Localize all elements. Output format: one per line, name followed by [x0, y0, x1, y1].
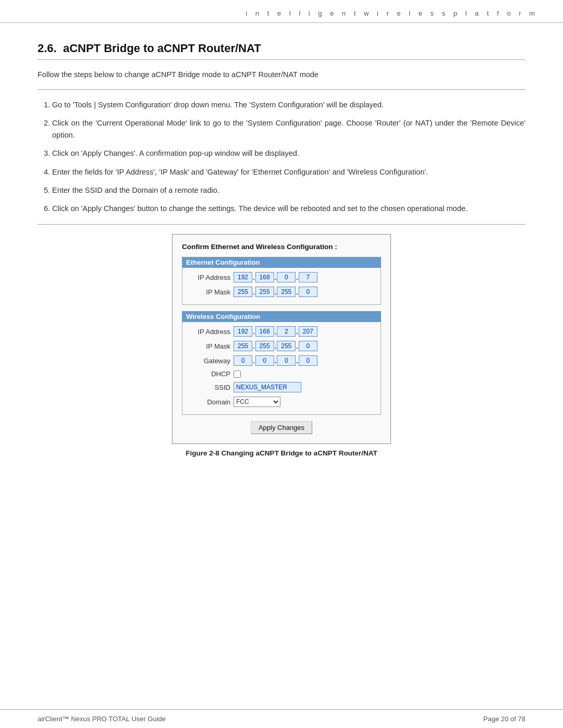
config-dialog: Confirm Ethernet and Wireless Configurat…: [172, 234, 391, 444]
wireless-mask-octet-2[interactable]: [255, 341, 274, 351]
wireless-gateway-octet-1[interactable]: [234, 355, 252, 366]
ethernet-ip-group: . . .: [234, 272, 317, 282]
wireless-mask-group: . . .: [234, 341, 317, 351]
ethernet-ip-octet-2[interactable]: [255, 272, 274, 282]
wireless-ssid-label: SSID: [187, 384, 234, 391]
wireless-domain-select[interactable]: FCC ETSI TELEC: [234, 397, 280, 407]
ethernet-mask-row: IP Mask . . .: [182, 286, 381, 298]
intro-text: Follow the steps below to change aCNPT B…: [38, 69, 525, 81]
ethernet-mask-octet-1[interactable]: [234, 287, 252, 297]
wireless-ip-octet-2[interactable]: [255, 326, 274, 337]
steps-list: Go to 'Tools | System Configuration' dro…: [52, 99, 525, 215]
wireless-ip-octet-4[interactable]: [299, 326, 317, 337]
wireless-dhcp-label: DHCP: [187, 370, 234, 378]
wireless-gateway-row: Gateway . . .: [182, 354, 381, 367]
wireless-domain-row: Domain FCC ETSI TELEC: [182, 396, 381, 408]
wireless-gateway-label: Gateway: [187, 357, 234, 365]
main-content: 2.6. aCNPT Bridge to aCNPT Router/NAT Fo…: [0, 23, 563, 487]
list-item: Click on 'Apply Changes' button to chang…: [52, 203, 525, 215]
wireless-mask-label: IP Mask: [187, 342, 234, 350]
figure-caption: Figure 2-8 Changing aCNPT Bridge to aCNP…: [186, 449, 377, 457]
figure-container: Confirm Ethernet and Wireless Configurat…: [38, 234, 525, 457]
ethernet-ip-octet-1[interactable]: [234, 272, 252, 282]
ethernet-mask-label: IP Mask: [187, 288, 234, 296]
ethernet-ip-octet-3[interactable]: [277, 272, 296, 282]
ethernet-mask-octet-3[interactable]: [277, 287, 296, 297]
wireless-ssid-row: SSID: [182, 381, 381, 393]
wireless-section-header: Wireless Configuration: [182, 311, 381, 322]
list-item: Enter the fields for 'IP Address', 'IP M…: [52, 166, 525, 178]
wireless-gateway-octet-3[interactable]: [277, 355, 296, 366]
ethernet-ip-label: IP Address: [187, 274, 234, 281]
wireless-gateway-group: . . .: [234, 355, 317, 366]
wireless-ip-row: IP Address . . .: [182, 325, 381, 338]
list-item: Click on the 'Current Operational Mode' …: [52, 117, 525, 141]
bottom-divider: [38, 224, 525, 225]
list-item: Enter the SSID and the Domain of a remot…: [52, 184, 525, 196]
ethernet-section-header: Ethernet Configuration: [182, 257, 381, 268]
header-tagline: i n t e l l i g e n t w i r e l e s s p …: [246, 9, 538, 17]
wireless-mask-octet-4[interactable]: [299, 341, 317, 351]
footer-left: airClient™ Nexus PRO TOTAL User Guide: [38, 715, 166, 723]
wireless-ip-label: IP Address: [187, 328, 234, 336]
ethernet-ip-row: IP Address . . .: [182, 271, 381, 283]
wireless-dhcp-checkbox[interactable]: [234, 371, 241, 378]
ethernet-section-body: IP Address . . . IP Mask: [182, 268, 381, 305]
ethernet-mask-octet-4[interactable]: [299, 287, 317, 297]
wireless-dhcp-row: DHCP: [182, 369, 381, 379]
wireless-ip-octet-1[interactable]: [234, 326, 252, 337]
ethernet-mask-group: . . .: [234, 287, 317, 297]
wireless-gateway-octet-4[interactable]: [299, 355, 317, 366]
footer-right: Page 20 of 78: [483, 715, 525, 723]
page-footer: airClient™ Nexus PRO TOTAL User Guide Pa…: [0, 709, 563, 728]
wireless-domain-label: Domain: [187, 398, 234, 406]
list-item: Go to 'Tools | System Configuration' dro…: [52, 99, 525, 111]
ethernet-ip-octet-4[interactable]: [299, 272, 317, 282]
page-header: i n t e l l i g e n t w i r e l e s s p …: [0, 0, 563, 23]
config-dialog-title: Confirm Ethernet and Wireless Configurat…: [182, 243, 381, 251]
top-divider: [38, 89, 525, 90]
wireless-ssid-input[interactable]: [234, 382, 301, 392]
wireless-mask-octet-1[interactable]: [234, 341, 252, 351]
wireless-mask-row: IP Mask . . .: [182, 340, 381, 352]
list-item: Click on 'Apply Changes'. A confirmation…: [52, 147, 525, 159]
wireless-ip-octet-3[interactable]: [277, 326, 296, 337]
wireless-mask-octet-3[interactable]: [277, 341, 296, 351]
wireless-gateway-octet-2[interactable]: [255, 355, 274, 366]
section-heading: 2.6. aCNPT Bridge to aCNPT Router/NAT: [38, 42, 525, 60]
ethernet-mask-octet-2[interactable]: [255, 287, 274, 297]
apply-changes-button[interactable]: Apply Changes: [251, 421, 312, 434]
wireless-section-body: IP Address . . . IP Mask: [182, 322, 381, 415]
wireless-ip-group: . . .: [234, 326, 317, 337]
